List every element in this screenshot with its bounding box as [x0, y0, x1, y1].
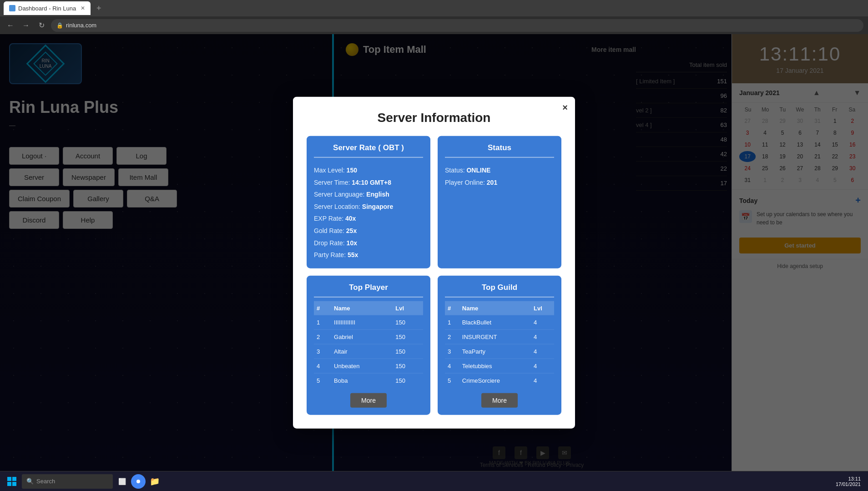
- player-lvl-4: 150: [393, 359, 423, 373]
- address-bar: ← → ↻ 🔒 rinluna.com: [0, 16, 868, 34]
- players-value: 201: [487, 178, 497, 186]
- top-guild-more-button[interactable]: More: [481, 393, 518, 407]
- guild-rank-5: 5: [445, 373, 459, 388]
- player-lvl-5: 150: [393, 373, 423, 388]
- tab-title: Dashboard - Rin Luna: [18, 5, 76, 12]
- player-col-lvl: Lvl: [393, 301, 423, 315]
- browser-chrome: Dashboard - Rin Luna ✕ + ← → ↻ 🔒 rinluna…: [0, 0, 868, 34]
- guild-col-lvl: Lvl: [531, 301, 554, 315]
- guild-lvl-4: 4: [531, 359, 554, 373]
- location-label: Server Location:: [314, 202, 360, 210]
- party-value: 55x: [348, 251, 358, 258]
- player-row-2: 2 Gabriel 150: [314, 329, 423, 344]
- player-lvl-2: 150: [393, 329, 423, 344]
- status-card: Status Status: ONLINE Player Online: 201: [438, 136, 561, 268]
- guild-rank-1: 1: [445, 315, 459, 329]
- guild-row-5: 5 CrimeSorciere 4: [445, 373, 554, 388]
- server-time-label: Server Time:: [314, 178, 350, 186]
- taskbar-clock: 13:11 17/01/2021: [836, 476, 864, 487]
- player-row-4: 4 Unbeaten 150: [314, 359, 423, 373]
- players-label: Player Online:: [445, 178, 485, 186]
- language-value: English: [366, 191, 389, 198]
- start-button[interactable]: [4, 473, 20, 490]
- drop-value: 10x: [347, 239, 357, 246]
- guild-lvl-1: 4: [531, 315, 554, 329]
- taskbar-date: 17/01/2021: [836, 481, 861, 487]
- player-rank-2: 2: [314, 329, 331, 344]
- search-icon: 🔍: [26, 478, 34, 485]
- reload-button[interactable]: ↻: [35, 20, 47, 31]
- guild-lvl-5: 4: [531, 373, 554, 388]
- guild-name-2: INSURGENT: [459, 329, 531, 344]
- guild-col-rank: #: [445, 301, 459, 315]
- server-time-value: 14:10 GMT+8: [352, 178, 391, 186]
- chrome-taskbar[interactable]: [131, 474, 146, 489]
- status-value: ONLINE: [466, 167, 490, 174]
- guild-row-2: 2 INSURGENT 4: [445, 329, 554, 344]
- top-guild-table: # Name Lvl 1 BlackBullet 4 2: [445, 301, 554, 387]
- guild-row-3: 3 TeaParty 4: [445, 344, 554, 359]
- taskview-button[interactable]: ⬜: [115, 474, 129, 489]
- url-bar[interactable]: 🔒 rinluna.com: [51, 19, 863, 32]
- player-name-3: Altair: [331, 344, 393, 359]
- guild-name-1: BlackBullet: [459, 315, 531, 329]
- guild-row-4: 4 Teletubbies 4: [445, 359, 554, 373]
- player-rank-3: 3: [314, 344, 331, 359]
- modal-bottom-grid: Top Player # Name Lvl 1 IIIIIIIIIIIII: [307, 275, 561, 415]
- svg-rect-1: [12, 477, 16, 481]
- player-lvl-1: 150: [393, 315, 423, 329]
- top-player-card: Top Player # Name Lvl 1 IIIIIIIIIIIII: [307, 275, 430, 415]
- page-background: RINLUNA Rin Luna Plus — Logout · Account…: [0, 34, 868, 491]
- player-lvl-3: 150: [393, 344, 423, 359]
- forward-button[interactable]: →: [20, 20, 32, 31]
- server-rate-title: Server Rate ( OBT ): [314, 143, 423, 158]
- max-level-label: Max Level:: [314, 167, 345, 174]
- back-button[interactable]: ←: [5, 20, 16, 31]
- explorer-taskbar[interactable]: 📁: [147, 474, 162, 489]
- drop-label: Drop Rate:: [314, 239, 345, 246]
- player-name-1: IIIIIIIIIIIII: [331, 315, 393, 329]
- guild-rank-4: 4: [445, 359, 459, 373]
- location-value: Singapore: [362, 202, 393, 210]
- guild-col-name: Name: [459, 301, 531, 315]
- taskbar: 🔍 Search ⬜ 📁 13:11 17/01/2021: [0, 471, 868, 491]
- player-rank-4: 4: [314, 359, 331, 373]
- max-level-value: 150: [347, 167, 357, 174]
- player-rank-5: 5: [314, 373, 331, 388]
- gold-value: 25x: [346, 227, 357, 234]
- active-tab[interactable]: Dashboard - Rin Luna ✕: [4, 1, 91, 15]
- exp-value: 40x: [345, 215, 356, 222]
- svg-rect-3: [12, 482, 16, 486]
- player-name-4: Unbeaten: [331, 359, 393, 373]
- guild-rank-3: 3: [445, 344, 459, 359]
- svg-point-5: [136, 480, 140, 483]
- modal-title: Server Information: [307, 111, 561, 125]
- top-guild-title: Top Guild: [445, 283, 554, 297]
- search-taskbar-button[interactable]: 🔍 Search: [22, 474, 113, 489]
- top-guild-card: Top Guild # Name Lvl 1 BlackBullet: [438, 275, 561, 415]
- modal-top-grid: Server Rate ( OBT ) Max Level: 150 Serve…: [307, 136, 561, 268]
- language-label: Server Language:: [314, 191, 364, 198]
- tab-close-button[interactable]: ✕: [81, 5, 85, 11]
- player-rank-1: 1: [314, 315, 331, 329]
- player-name-2: Gabriel: [331, 329, 393, 344]
- guild-lvl-2: 4: [531, 329, 554, 344]
- guild-row-1: 1 BlackBullet 4: [445, 315, 554, 329]
- search-text: Search: [36, 478, 55, 485]
- guild-name-4: Teletubbies: [459, 359, 531, 373]
- server-rate-info: Max Level: 150 Server Time: 14:10 GMT+8 …: [314, 164, 423, 261]
- top-player-more-button[interactable]: More: [350, 393, 387, 407]
- svg-rect-0: [7, 477, 11, 481]
- lock-icon: 🔒: [56, 22, 63, 29]
- server-info-modal: × Server Information Server Rate ( OBT )…: [293, 97, 575, 429]
- new-tab-button[interactable]: +: [92, 2, 105, 15]
- player-row-1: 1 IIIIIIIIIIIII 150: [314, 315, 423, 329]
- player-col-rank: #: [314, 301, 331, 315]
- top-player-title: Top Player: [314, 283, 423, 297]
- status-label: Status:: [445, 167, 465, 174]
- gold-label: Gold Rate:: [314, 227, 344, 234]
- guild-name-3: TeaParty: [459, 344, 531, 359]
- player-row-5: 5 Boba 150: [314, 373, 423, 388]
- modal-close-button[interactable]: ×: [562, 102, 568, 113]
- top-player-table: # Name Lvl 1 IIIIIIIIIIIII 150 2: [314, 301, 423, 387]
